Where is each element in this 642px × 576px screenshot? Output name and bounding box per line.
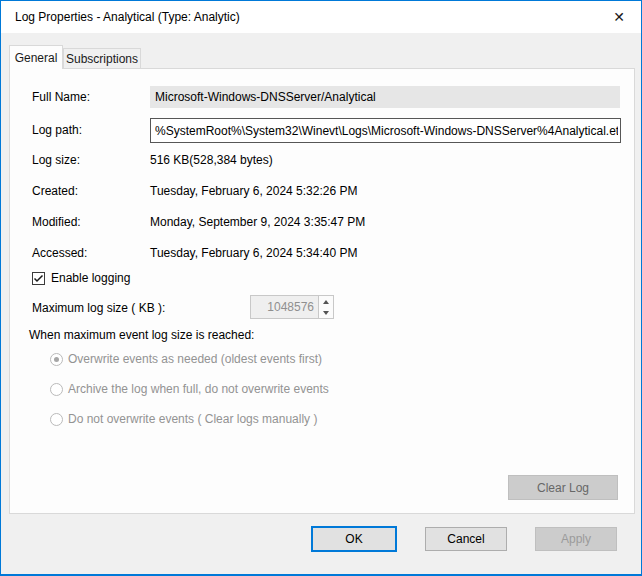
modified-label: Modified: — [32, 215, 81, 229]
radio-overwrite-events — [50, 353, 63, 366]
created-value: Tuesday, February 6, 2024 5:32:26 PM — [150, 184, 357, 198]
radio-overwrite-label: Overwrite events as needed (oldest event… — [68, 352, 322, 366]
radio-no-overwrite — [50, 413, 63, 426]
tab-subscriptions-label: Subscriptions — [66, 52, 138, 66]
spinner-buttons — [318, 296, 333, 318]
max-log-size-value: 1048576 — [251, 296, 318, 318]
enable-logging-checkbox-row: Enable logging — [32, 271, 130, 285]
max-log-size-label: Maximum log size ( KB ): — [32, 301, 165, 315]
log-path-label: Log path: — [32, 123, 82, 137]
accessed-label: Accessed: — [32, 246, 87, 260]
clear-log-button: Clear Log — [508, 475, 618, 500]
enable-logging-label: Enable logging — [51, 271, 130, 285]
tab-subscriptions[interactable]: Subscriptions — [63, 48, 141, 68]
window-title: Log Properties - Analytical (Type: Analy… — [15, 10, 240, 24]
cancel-button[interactable]: Cancel — [425, 527, 507, 551]
apply-label: Apply — [561, 532, 591, 546]
ok-label: OK — [345, 532, 362, 546]
full-name-field[interactable]: Microsoft-Windows-DNSServer/Analytical — [150, 86, 620, 108]
radio-dot — [54, 357, 59, 362]
apply-button: Apply — [535, 527, 617, 551]
full-name-label: Full Name: — [32, 90, 90, 104]
tab-general[interactable]: General — [9, 45, 63, 69]
spinner-up-icon — [319, 296, 333, 307]
radio-no-overwrite-label: Do not overwrite events ( Clear logs man… — [68, 412, 317, 426]
ok-button[interactable]: OK — [311, 526, 397, 552]
created-label: Created: — [32, 184, 78, 198]
accessed-value: Tuesday, February 6, 2024 5:34:40 PM — [150, 246, 357, 260]
close-button[interactable]: ✕ — [602, 4, 636, 30]
log-size-label: Log size: — [32, 153, 80, 167]
general-tab-page: Full Name: Microsoft-Windows-DNSServer/A… — [9, 68, 635, 514]
clear-log-label: Clear Log — [537, 481, 589, 495]
cancel-label: Cancel — [447, 532, 484, 546]
log-size-value: 516 KB(528,384 bytes) — [150, 153, 273, 167]
modified-value: Monday, September 9, 2024 3:35:47 PM — [150, 215, 365, 229]
radio-archive-log — [50, 383, 63, 396]
radio-row-no-overwrite: Do not overwrite events ( Clear logs man… — [50, 412, 317, 426]
radio-row-archive: Archive the log when full, do not overwr… — [50, 382, 329, 396]
log-path-input[interactable] — [150, 118, 621, 143]
spinner-down-icon — [319, 307, 333, 318]
close-icon: ✕ — [613, 9, 625, 25]
log-properties-dialog: Log Properties - Analytical (Type: Analy… — [0, 0, 642, 576]
tab-general-label: General — [15, 51, 58, 65]
radio-row-overwrite: Overwrite events as needed (oldest event… — [50, 352, 322, 366]
enable-logging-checkbox[interactable] — [32, 272, 45, 285]
max-log-size-spinner: 1048576 — [250, 295, 334, 319]
title-bar: Log Properties - Analytical (Type: Analy… — [1, 1, 641, 33]
retention-heading: When maximum event log size is reached: — [29, 328, 254, 342]
radio-archive-label: Archive the log when full, do not overwr… — [68, 382, 329, 396]
checkmark-icon — [33, 273, 44, 284]
